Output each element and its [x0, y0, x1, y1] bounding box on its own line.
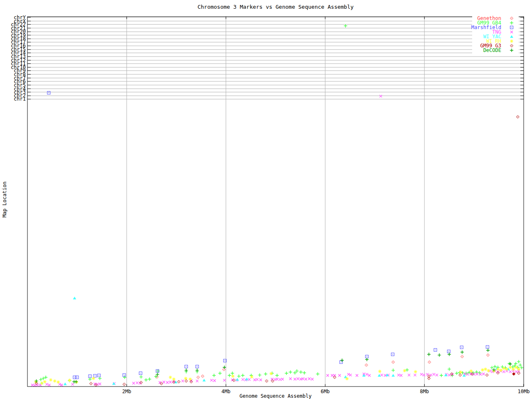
series-gm99-g3: [35, 116, 520, 387]
gridlines: [27, 17, 524, 387]
plot-border: [27, 17, 524, 387]
x-tick-label: 2Mb: [122, 389, 131, 394]
y-tick-labels: chrYchrXchr22chr21chr20chr19chr18chr17ch…: [11, 15, 26, 102]
chart: Chromosome 3 Markers vs Genome Sequence …: [0, 0, 532, 399]
x-tick-label: 10Mb: [518, 389, 530, 394]
series-tng: [31, 95, 520, 387]
series-genethon: [155, 354, 489, 379]
y-tick-label: chr1: [14, 96, 26, 102]
x-tick-label: 6Mb: [321, 389, 330, 394]
series-wi-yac: [40, 297, 510, 385]
x-tick-label: 4Mb: [222, 389, 231, 394]
axis-ticks: [27, 17, 524, 387]
legend-label: DeCODE: [483, 47, 501, 53]
x-tick-label: 8Mb: [420, 389, 429, 394]
series-marshfield: [47, 91, 489, 379]
legend: GenethonGM99 GB4MarshfieldTNGWI YACWI RH…: [471, 14, 519, 53]
x-tick-labels: 2Mb4Mb6Mb8Mb10Mb: [122, 389, 530, 394]
plot-canvas: 2Mb4Mb6Mb8Mb10MbchrYchrXchr22chr21chr20c…: [0, 0, 532, 399]
